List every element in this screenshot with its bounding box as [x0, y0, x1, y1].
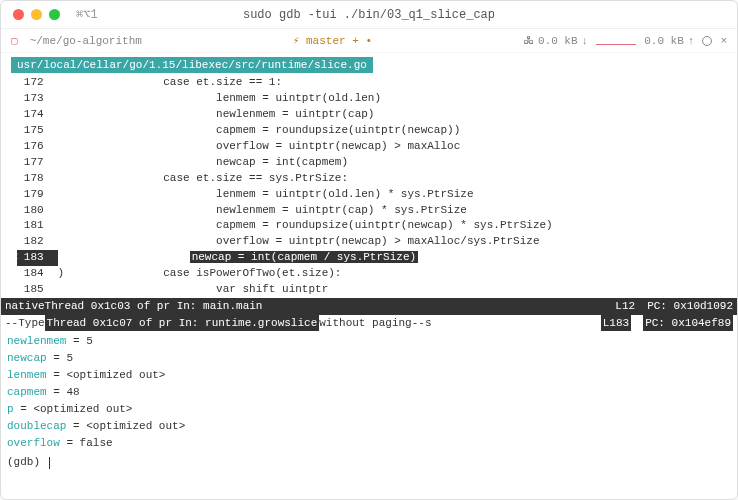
variable-name: newlenmem [7, 335, 66, 347]
line-number: 175 [18, 123, 58, 139]
branch-label: master + • [306, 35, 372, 47]
line-number: 181 [18, 218, 58, 234]
variable-name: p [7, 403, 14, 415]
code-text: lenmem = uintptr(old.len) [58, 91, 381, 107]
source-pane: usr/local/Cellar/go/1.15/libexec/src/run… [1, 53, 737, 298]
variable-row: lenmem = <optimized out> [7, 367, 731, 384]
code-text: newlenmem = uintptr(cap) * sys.PtrSize [58, 203, 467, 219]
zoom-button[interactable] [49, 9, 60, 20]
line-number: 184 [18, 266, 58, 282]
sparkline [596, 37, 636, 45]
code-line: 179 lenmem = uintptr(old.len) * sys.PtrS… [11, 187, 737, 203]
code-text: newcap = int(capmem / sys.PtrSize) [58, 250, 418, 266]
code-line: >183 newcap = int(capmem / sys.PtrSize) [11, 250, 737, 266]
variable-name: lenmem [7, 369, 47, 381]
net-up-value: 0.0 kB [644, 35, 684, 47]
code-text: var shift uintptr [58, 282, 329, 298]
source-file-header: usr/local/Cellar/go/1.15/libexec/src/run… [11, 57, 373, 73]
native-thread-row: native Thread 0x1c03 of pr In: main.main… [1, 298, 737, 315]
code-text: case et.size == sys.PtrSize: [58, 171, 348, 187]
code-text: overflow = uintptr(newcap) > maxAlloc [58, 139, 461, 155]
native-pc: PC: 0x10d1092 [647, 298, 733, 315]
net-icon: 🖧 [523, 34, 534, 47]
type-pc: PC: 0x104ef89 [643, 315, 733, 332]
code-line: 177 newcap = int(capmem) [11, 155, 737, 171]
variable-row: newcap = 5 [7, 350, 731, 367]
variable-value: = false [60, 437, 113, 449]
code-line: 180 newlenmem = uintptr(cap) * sys.PtrSi… [11, 203, 737, 219]
code-line: 176 overflow = uintptr(newcap) > maxAllo… [11, 139, 737, 155]
code-line: 182 overflow = uintptr(newcap) > maxAllo… [11, 234, 737, 250]
ring-icon [702, 36, 712, 46]
code-text: ) case isPowerOfTwo(et.size): [58, 266, 342, 282]
source-file-path: usr/local/Cellar/go/1.15/libexec/src/run… [17, 59, 367, 71]
variable-row: capmem = 48 [7, 384, 731, 401]
variable-value: = <optimized out> [14, 403, 133, 415]
code-line: 178 case et.size == sys.PtrSize: [11, 171, 737, 187]
variable-value: = 48 [47, 386, 80, 398]
gdb-prompt: (gdb) [7, 456, 47, 468]
line-number: 178 [18, 171, 58, 187]
line-number: 182 [18, 234, 58, 250]
minimize-button[interactable] [31, 9, 42, 20]
code-text: lenmem = uintptr(old.len) * sys.PtrSize [58, 187, 474, 203]
code-line: 185 var shift uintptr [11, 282, 737, 298]
folder-icon: ▢ [11, 34, 18, 47]
close-icon[interactable] [720, 35, 727, 47]
type-label: --Type [5, 315, 45, 332]
window-titlebar: ⌘⌥1 sudo gdb -tui ./bin/03_q1_slice_cap [1, 1, 737, 29]
variable-row: p = <optimized out> [7, 401, 731, 418]
cwd-path: ~/me/go-algorithm [30, 35, 142, 47]
code-text: capmem = roundupsize(uintptr(newcap) * s… [58, 218, 553, 234]
gdb-prompt-row[interactable]: (gdb) [1, 454, 737, 470]
code-text: capmem = roundupsize(uintptr(newcap)) [58, 123, 461, 139]
variable-value: = 5 [66, 335, 92, 347]
code-line: 175 capmem = roundupsize(uintptr(newcap)… [11, 123, 737, 139]
type-thread: Thread 0x1c07 of pr In: runtime.growslic… [45, 315, 320, 332]
git-branch: ⚡ master + • [293, 34, 372, 47]
traffic-lights [13, 9, 60, 20]
native-thread: Thread 0x1c03 of pr In: main.main [45, 298, 263, 315]
line-number: 176 [18, 139, 58, 155]
variables-list: newlenmem = 5newcap = 5lenmem = <optimiz… [1, 331, 737, 454]
code-text: newcap = int(capmem) [58, 155, 348, 171]
net-down-value: 0.0 kB [538, 35, 578, 47]
code-line: 173 lenmem = uintptr(old.len) [11, 91, 737, 107]
line-number: 177 [18, 155, 58, 171]
variable-name: doublecap [7, 420, 66, 432]
variable-name: overflow [7, 437, 60, 449]
net-up: 0.0 kB [644, 35, 694, 47]
net-down: 🖧 0.0 kB [523, 34, 588, 47]
code-line: 172 case et.size == 1: [11, 75, 737, 91]
close-button[interactable] [13, 9, 24, 20]
variable-name: capmem [7, 386, 47, 398]
line-number: 185 [18, 282, 58, 298]
variable-value: = <optimized out> [66, 420, 185, 432]
variable-row: doublecap = <optimized out> [7, 418, 731, 435]
native-line: L12 [615, 298, 635, 315]
gdb-pane: native Thread 0x1c03 of pr In: main.main… [1, 298, 737, 470]
code-lines: 172 case et.size == 1: 173 lenmem = uint… [1, 75, 737, 298]
line-number: 174 [18, 107, 58, 123]
code-text: case et.size == 1: [58, 75, 282, 91]
cursor [49, 457, 50, 469]
line-number: 179 [18, 187, 58, 203]
type-thread-row: --Type Thread 0x1c07 of pr In: runtime.g… [1, 315, 737, 332]
code-line: 174 newlenmem = uintptr(cap) [11, 107, 737, 123]
shortcut-label: ⌘⌥1 [76, 7, 98, 22]
window-title: sudo gdb -tui ./bin/03_q1_slice_cap [1, 8, 737, 22]
type-line: L183 [601, 315, 631, 332]
code-text: newlenmem = uintptr(cap) [58, 107, 375, 123]
branch-icon: ⚡ [293, 35, 300, 47]
code-line: 184) case isPowerOfTwo(et.size): [11, 266, 737, 282]
line-number: 183 [18, 250, 58, 266]
line-number: 180 [18, 203, 58, 219]
variable-row: overflow = false [7, 435, 731, 452]
variable-value: = 5 [47, 352, 73, 364]
variable-value: = <optimized out> [47, 369, 166, 381]
code-text: overflow = uintptr(newcap) > maxAlloc/sy… [58, 234, 540, 250]
line-number: 173 [18, 91, 58, 107]
line-number: 172 [18, 75, 58, 91]
native-label: native [5, 298, 45, 315]
code-line: 181 capmem = roundupsize(uintptr(newcap)… [11, 218, 737, 234]
